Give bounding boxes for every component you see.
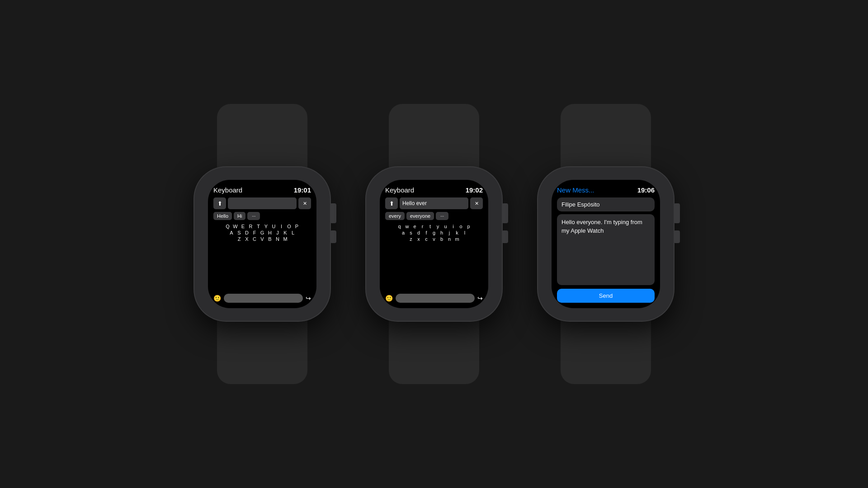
key-m[interactable]: m xyxy=(454,236,460,242)
key-P[interactable]: P xyxy=(294,224,300,229)
key-w[interactable]: w xyxy=(404,224,410,229)
watch-2-suggestions: every everyone ··· xyxy=(385,212,483,220)
watch-1-delete-btn[interactable]: ✕ xyxy=(298,197,311,209)
key-M[interactable]: M xyxy=(282,236,288,242)
key-N[interactable]: N xyxy=(274,236,281,242)
key-H[interactable]: H xyxy=(267,230,273,235)
key-L[interactable]: L xyxy=(290,230,296,235)
key-z[interactable]: z xyxy=(408,236,414,242)
key-S[interactable]: S xyxy=(236,230,242,235)
watch-3-send-label: Send xyxy=(599,292,613,299)
watch-3-message-text: Hello everyone. I'm typing from my Apple… xyxy=(561,219,642,234)
watch-2-bottom-bar: 🙂 ↪ xyxy=(385,294,483,303)
watch-2-time: 19:02 xyxy=(466,186,483,194)
watch-2-space-bar[interactable] xyxy=(396,294,475,303)
watch-1: Keyboard 19:01 ⬆ ✕ Hello Hi ··· Q W E xyxy=(194,104,330,384)
key-n[interactable]: n xyxy=(446,236,453,242)
key-k[interactable]: k xyxy=(454,230,460,235)
key-I[interactable]: I xyxy=(278,224,285,229)
watch-3-band-bottom xyxy=(561,312,651,384)
key-s[interactable]: s xyxy=(408,230,414,235)
key-B[interactable]: B xyxy=(267,236,273,242)
watch-1-suggestion-hello[interactable]: Hello xyxy=(213,212,232,220)
watch-2-band-bottom xyxy=(389,312,479,384)
watch-2-header: Keyboard 19:02 xyxy=(385,186,483,194)
key-g[interactable]: g xyxy=(431,230,437,235)
key-j[interactable]: j xyxy=(446,230,453,235)
key-b[interactable]: b xyxy=(439,236,445,242)
key-t[interactable]: t xyxy=(427,224,434,229)
watch-2-crown xyxy=(502,203,508,223)
watch-2-suggestion-everyone[interactable]: everyone xyxy=(406,212,434,220)
watch-2-band-top xyxy=(389,104,479,176)
key-o[interactable]: o xyxy=(458,224,464,229)
watch-3-band-top xyxy=(561,104,651,176)
watch-1-title: Keyboard xyxy=(213,186,242,194)
key-Z[interactable]: Z xyxy=(236,236,242,242)
key-i[interactable]: i xyxy=(450,224,457,229)
watch-2-delete-btn[interactable]: ✕ xyxy=(470,197,483,209)
key-Q[interactable]: Q xyxy=(225,224,231,229)
watch-1-send-arrow[interactable]: ↪ xyxy=(306,295,311,302)
watch-2-key-row-1: q w e r t y u i o p xyxy=(385,224,483,229)
watch-2-input-field[interactable]: Hello ever xyxy=(400,197,468,209)
key-Y[interactable]: Y xyxy=(263,224,269,229)
key-X[interactable]: X xyxy=(244,236,250,242)
watch-1-side-button xyxy=(330,230,336,243)
watch-1-key-row-3: Z X C V B N M xyxy=(213,236,311,242)
key-e[interactable]: e xyxy=(412,224,418,229)
key-A[interactable]: A xyxy=(228,230,235,235)
key-O[interactable]: O xyxy=(286,224,292,229)
key-h[interactable]: h xyxy=(439,230,445,235)
watch-1-body: Keyboard 19:01 ⬆ ✕ Hello Hi ··· Q W E xyxy=(194,167,330,321)
key-c[interactable]: c xyxy=(423,236,429,242)
watch-1-band-bottom xyxy=(217,312,307,384)
key-F[interactable]: F xyxy=(251,230,258,235)
key-v[interactable]: v xyxy=(431,236,437,242)
key-d[interactable]: d xyxy=(415,230,422,235)
watch-2-suggestion-every[interactable]: every xyxy=(385,212,405,220)
watch-1-band-top xyxy=(217,104,307,176)
key-f[interactable]: f xyxy=(423,230,429,235)
watch-1-suggestion-hi[interactable]: Hi xyxy=(234,212,245,220)
key-K[interactable]: K xyxy=(282,230,288,235)
key-p[interactable]: p xyxy=(466,224,472,229)
key-G[interactable]: G xyxy=(259,230,265,235)
watch-2-emoji-btn[interactable]: 🙂 xyxy=(385,295,393,302)
watch-3: New Mess... 19:06 Filipe Espósito Hello … xyxy=(538,104,674,384)
watch-2-key-row-2: a s d f g h j k l xyxy=(385,230,483,235)
watch-1-key-row-2: A S D F G H J K L xyxy=(213,230,311,235)
watch-3-contact-row: Filipe Espósito xyxy=(557,197,655,211)
key-u[interactable]: u xyxy=(443,224,449,229)
key-R[interactable]: R xyxy=(248,224,254,229)
watch-1-shift-btn[interactable]: ⬆ xyxy=(213,197,226,209)
watch-2-side-button xyxy=(502,230,508,243)
key-T[interactable]: T xyxy=(255,224,262,229)
watch-3-body: New Mess... 19:06 Filipe Espósito Hello … xyxy=(538,167,674,321)
key-q[interactable]: q xyxy=(396,224,403,229)
watch-1-input-field[interactable] xyxy=(228,197,297,209)
key-E[interactable]: E xyxy=(240,224,246,229)
watch-2-shift-btn[interactable]: ⬆ xyxy=(385,197,398,209)
key-a[interactable]: a xyxy=(400,230,406,235)
key-x[interactable]: x xyxy=(415,236,422,242)
key-W[interactable]: W xyxy=(232,224,239,229)
key-l[interactable]: l xyxy=(462,230,468,235)
watch-1-time: 19:01 xyxy=(294,186,311,194)
watch-1-space-bar[interactable] xyxy=(224,294,303,303)
key-U[interactable]: U xyxy=(271,224,277,229)
key-V[interactable]: V xyxy=(259,236,265,242)
watch-2-suggestion-more[interactable]: ··· xyxy=(436,212,448,220)
watch-2-send-arrow[interactable]: ↪ xyxy=(477,295,483,302)
watch-1-emoji-btn[interactable]: 🙂 xyxy=(213,295,221,302)
watch-2-screen: Keyboard 19:02 ⬆ Hello ever ✕ every ever… xyxy=(380,180,488,308)
watch-3-header: New Mess... 19:06 xyxy=(557,186,655,194)
key-r[interactable]: r xyxy=(420,224,426,229)
key-C[interactable]: C xyxy=(251,236,258,242)
key-D[interactable]: D xyxy=(244,230,250,235)
key-y[interactable]: y xyxy=(435,224,441,229)
key-J[interactable]: J xyxy=(274,230,281,235)
watch-1-suggestion-more[interactable]: ··· xyxy=(247,212,260,220)
watch-3-send-button[interactable]: Send xyxy=(557,289,655,303)
watch-2-body: Keyboard 19:02 ⬆ Hello ever ✕ every ever… xyxy=(366,167,502,321)
